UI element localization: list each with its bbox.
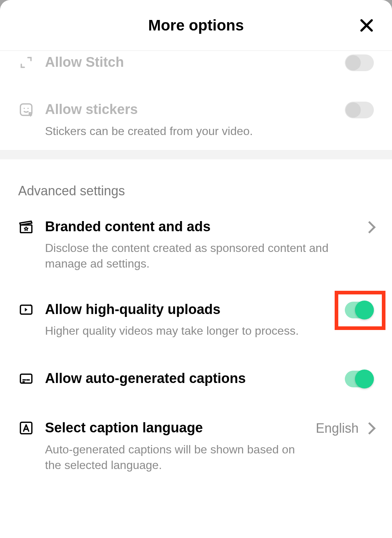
chevron-right-icon bbox=[363, 221, 376, 233]
row-title: Allow high-quality uploads bbox=[45, 301, 338, 318]
caption-language-value: English bbox=[316, 421, 359, 436]
row-title: Branded content and ads bbox=[45, 218, 358, 236]
row-allow-stickers: Allow stickers Stickers can be created f… bbox=[0, 83, 392, 150]
svg-point-1 bbox=[24, 108, 25, 109]
section-divider bbox=[0, 150, 392, 159]
section-advanced-settings: Advanced settings bbox=[0, 159, 392, 207]
row-branded-content[interactable]: Branded content and ads Disclose the con… bbox=[0, 207, 392, 283]
language-icon bbox=[18, 420, 34, 436]
toggle-allow-stickers[interactable] bbox=[345, 102, 374, 118]
row-title: Select caption language bbox=[45, 419, 309, 437]
row-subtitle: Disclose the content created as sponsore… bbox=[45, 240, 358, 272]
row-title: Allow stickers bbox=[45, 101, 338, 118]
row-allow-stitch: Allow Stitch bbox=[0, 51, 392, 83]
svg-rect-5 bbox=[20, 374, 32, 383]
sticker-icon bbox=[18, 102, 34, 118]
video-hq-icon bbox=[18, 302, 34, 318]
more-options-sheet: More options Allow Stitch bbox=[0, 0, 392, 538]
svg-rect-6 bbox=[20, 423, 32, 434]
row-subtitle: Auto-generated captions will be shown ba… bbox=[45, 442, 309, 473]
chevron-right-icon bbox=[363, 422, 376, 435]
row-title: Allow auto-generated captions bbox=[45, 370, 338, 387]
svg-rect-3 bbox=[20, 225, 32, 232]
row-caption-language[interactable]: Select caption language Auto-generated c… bbox=[0, 399, 392, 484]
row-title: Allow Stitch bbox=[45, 54, 338, 71]
close-icon[interactable] bbox=[358, 17, 375, 34]
stitch-icon bbox=[18, 54, 34, 70]
sheet-title: More options bbox=[148, 17, 244, 34]
clapper-icon bbox=[18, 219, 34, 235]
captions-icon bbox=[18, 371, 34, 387]
toggle-allow-stitch[interactable] bbox=[345, 54, 374, 71]
row-auto-captions: Allow auto-generated captions bbox=[0, 350, 392, 399]
sheet-header: More options bbox=[0, 0, 392, 51]
row-subtitle: Higher quality videos may take longer to… bbox=[45, 323, 338, 339]
row-hq-uploads: Allow high-quality uploads Higher qualit… bbox=[0, 283, 392, 350]
toggle-auto-captions[interactable] bbox=[345, 371, 374, 387]
toggle-hq-uploads[interactable] bbox=[345, 302, 374, 318]
row-subtitle: Stickers can be created from your video. bbox=[45, 123, 338, 139]
svg-point-2 bbox=[28, 108, 29, 109]
